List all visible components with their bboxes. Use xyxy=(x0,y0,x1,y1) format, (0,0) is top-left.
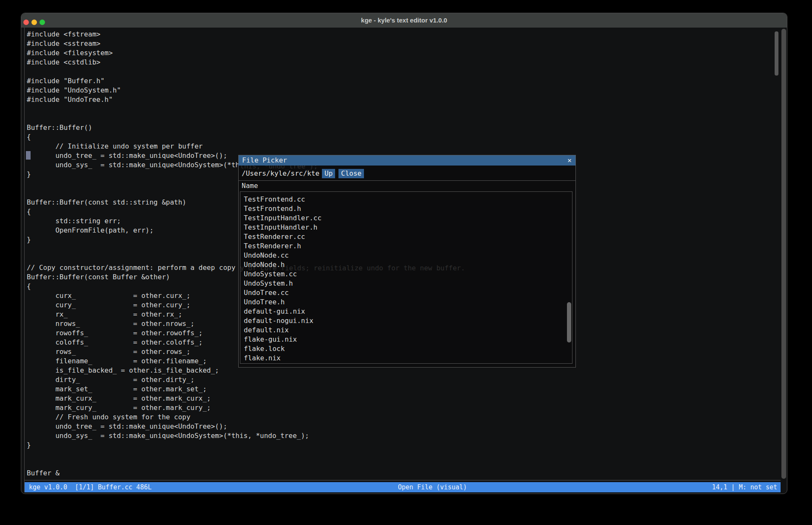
status-mode: Open File (visual) xyxy=(398,482,467,492)
file-item[interactable]: UndoSystem.cc xyxy=(240,270,572,279)
dialog-title: File Picker xyxy=(239,156,287,164)
app-window: kge - kyle's text editor v1.0.0 #include… xyxy=(21,13,787,494)
minimize-window-button[interactable] xyxy=(31,20,37,25)
editor-bottom-border xyxy=(24,480,781,480)
editor-scrollbar-thumb[interactable] xyxy=(775,31,778,76)
dialog-separator xyxy=(239,180,575,181)
file-item[interactable]: flake-gui.nix xyxy=(240,335,572,344)
file-list-scrollbar-thumb[interactable] xyxy=(567,302,571,343)
close-icon[interactable]: ✕ xyxy=(567,155,572,166)
status-cursor-position: 14,1 | M: not set xyxy=(712,482,777,492)
file-item[interactable]: TestInputHandler.h xyxy=(240,223,572,232)
file-item[interactable]: TestFrontend.h xyxy=(240,204,572,213)
file-item[interactable]: flake.nix xyxy=(240,354,572,363)
file-item[interactable]: default.nix xyxy=(240,326,572,335)
file-item[interactable]: TestFrontend.cc xyxy=(240,195,572,204)
file-list: TestFrontend.ccTestFrontend.hTestInputHa… xyxy=(240,191,572,364)
status-left: kge v1.0.0 [1/1] Buffer.cc 486L xyxy=(29,482,152,492)
close-window-button[interactable] xyxy=(23,20,29,25)
file-item[interactable]: flake.lock xyxy=(240,344,572,354)
file-item[interactable]: default-nogui.nix xyxy=(240,316,572,326)
close-button[interactable]: Close xyxy=(338,169,364,178)
file-item[interactable]: UndoSystem.h xyxy=(240,279,572,288)
window-scrollbar[interactable] xyxy=(781,29,786,479)
file-item[interactable]: default-gui.nix xyxy=(240,307,572,316)
file-item[interactable]: UndoNode.cc xyxy=(240,251,572,260)
editor-left-border xyxy=(24,28,25,492)
file-item[interactable]: UndoNode.h xyxy=(240,260,572,270)
window-titlebar[interactable]: kge - kyle's text editor v1.0.0 xyxy=(21,13,787,28)
zoom-window-button[interactable] xyxy=(39,20,45,25)
file-item[interactable]: UndoTree.h xyxy=(240,298,572,307)
up-button[interactable]: Up xyxy=(322,169,335,178)
status-bar: kge v1.0.0 [1/1] Buffer.cc 486L Open Fil… xyxy=(25,482,781,492)
dialog-titlebar[interactable]: File Picker ✕ xyxy=(239,155,575,166)
name-column-header: Name xyxy=(242,181,258,191)
file-item[interactable]: UndoTree.cc xyxy=(240,288,572,298)
file-item[interactable]: TestRenderer.cc xyxy=(240,232,572,241)
text-cursor xyxy=(26,151,31,160)
file-item[interactable]: TestInputHandler.cc xyxy=(240,213,572,223)
file-item[interactable]: TestRenderer.h xyxy=(240,241,572,251)
file-picker-dialog: this, *undo_tree_); y of core fields; re… xyxy=(238,155,576,368)
window-title: kge - kyle's text editor v1.0.0 xyxy=(21,13,787,28)
current-path-label: /Users/kyle/src/kte xyxy=(242,169,319,178)
